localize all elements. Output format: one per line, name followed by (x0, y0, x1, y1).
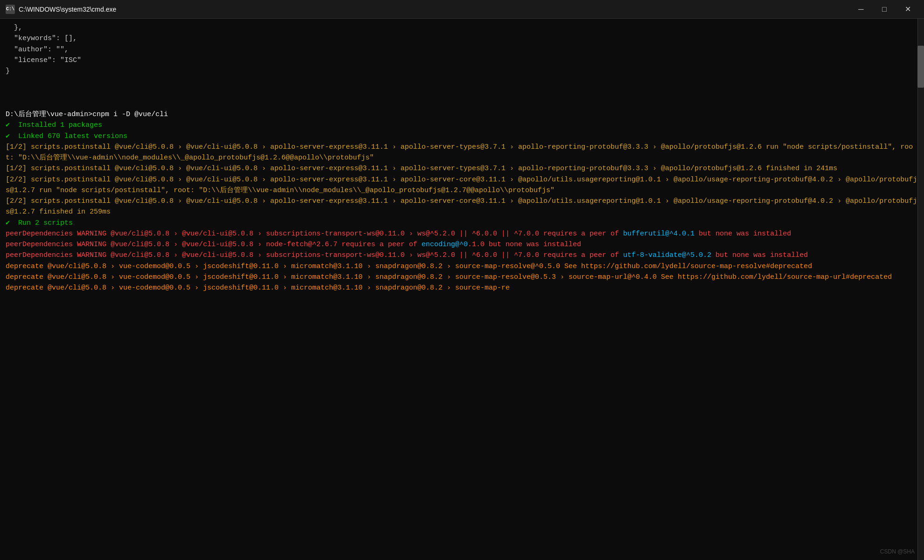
terminal-line-scripts: ✔ Run 2 scripts (6, 218, 918, 228)
terminal-line-blank (6, 98, 918, 109)
terminal-line-deprecate-2: deprecate @vue/cli@5.0.8 › vue-codemod@0… (6, 272, 918, 283)
terminal-line-linked: ✔ Linked 670 latest versions (6, 131, 918, 142)
terminal-prompt: D:\后台管理\vue-admin>cnpm i -D @vue/cli (6, 109, 918, 120)
terminal-line: "author": "", (6, 44, 918, 55)
window-title: C:\WINDOWS\system32\cmd.exe (19, 6, 116, 13)
scrollbar-thumb[interactable] (917, 46, 924, 88)
terminal-line-postinstall-3: [2/2] scripts.postinstall @vue/cli@5.0.8… (6, 174, 918, 196)
terminal-line: "keywords": [], (6, 33, 918, 44)
terminal-line-postinstall-2: [1/2] scripts.postinstall @vue/cli@5.0.8… (6, 163, 918, 174)
terminal-line-postinstall-1: [1/2] scripts.postinstall @vue/cli@5.0.8… (6, 142, 918, 164)
scrollbar[interactable] (917, 19, 924, 560)
terminal-line-postinstall-4: [2/2] scripts.postinstall @vue/cli@5.0.8… (6, 196, 918, 218)
close-button[interactable]: ✕ (897, 2, 918, 17)
terminal-line-peer-1: peerDependencies WARNING @vue/cli@5.0.8 … (6, 228, 918, 239)
terminal-line: "license": "ISC" (6, 55, 918, 66)
minimize-button[interactable]: ─ (850, 2, 872, 17)
terminal-line-peer-2: peerDependencies WARNING @vue/cli@5.0.8 … (6, 239, 918, 250)
cmd-window: C:\ C:\WINDOWS\system32\cmd.exe ─ □ ✕ },… (0, 0, 924, 560)
title-bar-left: C:\ C:\WINDOWS\system32\cmd.exe (6, 5, 116, 14)
maximize-button[interactable]: □ (874, 2, 895, 17)
terminal-line-deprecate-1: deprecate @vue/cli@5.0.8 › vue-codemod@0… (6, 261, 918, 272)
app-icon: C:\ (6, 5, 15, 14)
terminal-line-deprecate-3: deprecate @vue/cli@5.0.8 › vue-codemod@0… (6, 283, 918, 293)
terminal-line-peer-3: peerDependencies WARNING @vue/cli@5.0.8 … (6, 250, 918, 261)
terminal-line-blank (6, 76, 918, 87)
terminal-line-installed: ✔ Installed 1 packages (6, 120, 918, 131)
window-controls: ─ □ ✕ (850, 2, 918, 17)
terminal-line: }, (6, 22, 918, 33)
title-bar: C:\ C:\WINDOWS\system32\cmd.exe ─ □ ✕ (0, 0, 924, 19)
terminal-line-blank (6, 88, 918, 98)
terminal-line: } (6, 66, 918, 76)
watermark: CSDN @SHA (880, 547, 915, 556)
terminal-body: }, "keywords": [], "author": "", "licens… (0, 19, 924, 560)
